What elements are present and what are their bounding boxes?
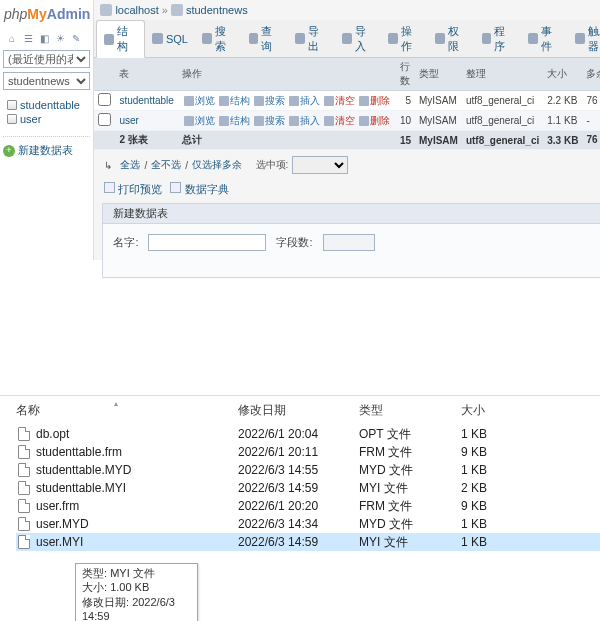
tab-事件[interactable]: 事件 — [521, 20, 568, 57]
col-header[interactable]: 整理 — [462, 58, 543, 91]
crumb-db[interactable]: studentnews — [186, 4, 248, 16]
create-table-link[interactable]: + 新建数据表 — [3, 136, 90, 158]
tab-权限[interactable]: 权限 — [428, 20, 475, 57]
op-icon — [184, 96, 194, 106]
op-icon — [254, 96, 264, 106]
op-清空[interactable]: 清空 — [322, 115, 357, 126]
recent-tables-select[interactable]: (最近使用的表) ... — [3, 50, 90, 68]
file-row[interactable]: studenttable.frm2022/6/1 20:11FRM 文件9 KB — [16, 443, 600, 461]
file-row[interactable]: studenttable.MYI2022/6/3 14:59MYI 文件2 KB — [16, 479, 600, 497]
data-dictionary[interactable]: 数据字典 — [185, 183, 229, 195]
op-插入[interactable]: 插入 — [287, 95, 322, 106]
tab-触发器[interactable]: 触发器 — [568, 20, 600, 57]
tree-item-studenttable[interactable]: studenttable — [3, 98, 90, 112]
tab-搜索[interactable]: 搜索 — [195, 20, 242, 57]
tree-item-user[interactable]: user — [3, 112, 90, 126]
file-row[interactable]: user.MYD2022/6/3 14:34MYD 文件1 KB — [16, 515, 600, 533]
table-name-link[interactable]: studenttable — [119, 95, 174, 106]
create-table-panel: 新建数据表 名字: 字段数: — [102, 203, 600, 278]
op-icon — [219, 96, 229, 106]
table-tree: studenttable user — [3, 94, 90, 126]
col-header[interactable]: 行数 — [396, 58, 415, 91]
col-header[interactable]: 表 — [115, 58, 178, 91]
pma-main: localhost » studentnews 结构SQL搜索查询导出导入操作权… — [94, 0, 600, 260]
op-icon — [219, 116, 229, 126]
table-name-link[interactable]: user — [119, 115, 138, 126]
tab-icon — [575, 33, 585, 44]
file-icon — [18, 481, 30, 495]
op-插入[interactable]: 插入 — [287, 115, 322, 126]
row-checkbox[interactable] — [98, 93, 111, 106]
name-label: 名字: — [113, 235, 138, 250]
tab-程序[interactable]: 程序 — [475, 20, 522, 57]
op-搜索[interactable]: 搜索 — [252, 115, 287, 126]
col-header[interactable]: 类型 — [415, 58, 462, 91]
op-搜索[interactable]: 搜索 — [252, 95, 287, 106]
file-row[interactable]: db.opt2022/6/1 20:04OPT 文件1 KB — [16, 425, 600, 443]
home-icon[interactable]: ⌂ — [5, 31, 19, 45]
col-header[interactable]: 操作 — [178, 58, 396, 91]
op-删除[interactable]: 删除 — [357, 95, 392, 106]
file-type: MYI 文件 — [359, 534, 461, 551]
tables-list: 表操作行数类型整理大小多余 studenttable浏览结构搜索插入清空删除5M… — [94, 58, 600, 150]
tab-查询[interactable]: 查询 — [242, 20, 289, 57]
file-row[interactable]: studenttable.MYD2022/6/3 14:55MYD 文件1 KB — [16, 461, 600, 479]
col-header[interactable] — [94, 58, 115, 91]
table-icon — [7, 100, 17, 110]
op-清空[interactable]: 清空 — [322, 95, 357, 106]
logout-icon[interactable]: ☰ — [21, 31, 35, 45]
file-browser-header[interactable]: 名称▴ 修改日期 类型 大小 — [0, 396, 600, 425]
columns-count-input[interactable] — [323, 234, 375, 251]
settings-icon[interactable]: ✎ — [69, 31, 83, 45]
file-name: studenttable.frm — [36, 445, 122, 459]
tab-SQL[interactable]: SQL — [145, 20, 195, 57]
file-size: 9 KB — [461, 499, 531, 513]
query-window-icon[interactable]: ◧ — [37, 31, 51, 45]
tab-操作[interactable]: 操作 — [381, 20, 428, 57]
tab-导入[interactable]: 导入 — [335, 20, 382, 57]
database-select[interactable]: studentnews — [3, 72, 90, 90]
tab-icon — [482, 33, 492, 44]
op-icon — [184, 116, 194, 126]
select-extra[interactable]: 仅选择多余 — [192, 158, 242, 172]
col-header-size[interactable]: 大小 — [461, 402, 531, 419]
pma-logo: phpMyAdmin — [3, 4, 90, 26]
docs-icon[interactable]: ☀ — [53, 31, 67, 45]
tool-links: 打印预览 数据字典 — [94, 180, 600, 203]
table-row[interactable]: studenttable浏览结构搜索插入清空删除5MyISAMutf8_gene… — [94, 91, 600, 111]
file-row[interactable]: user.frm2022/6/1 20:20FRM 文件9 KB — [16, 497, 600, 515]
file-row[interactable]: user.MYI2022/6/3 14:59MYI 文件1 KB — [16, 533, 600, 551]
with-selected-select[interactable] — [292, 156, 348, 174]
op-icon — [359, 96, 369, 106]
tab-导出[interactable]: 导出 — [288, 20, 335, 57]
top-tabs: 结构SQL搜索查询导出导入操作权限程序事件触发器 — [94, 20, 600, 58]
op-结构[interactable]: 结构 — [217, 115, 252, 126]
op-删除[interactable]: 删除 — [357, 115, 392, 126]
col-header-type[interactable]: 类型 — [359, 402, 461, 419]
file-date: 2022/6/1 20:04 — [238, 427, 359, 441]
select-none[interactable]: 全不选 — [151, 158, 181, 172]
cols-label: 字段数: — [276, 235, 312, 250]
server-icon — [100, 4, 112, 16]
col-header[interactable]: 多余 — [582, 58, 600, 91]
select-all[interactable]: 全选 — [120, 158, 140, 172]
col-header-name[interactable]: 名称▴ — [16, 402, 238, 419]
tab-结构[interactable]: 结构 — [96, 20, 145, 58]
col-header[interactable]: 大小 — [543, 58, 582, 91]
table-name-input[interactable] — [148, 234, 266, 251]
row-checkbox[interactable] — [98, 113, 111, 126]
file-type: MYD 文件 — [359, 516, 461, 533]
tab-icon — [249, 33, 259, 44]
col-header-date[interactable]: 修改日期 — [238, 402, 359, 419]
print-view[interactable]: 打印预览 — [118, 183, 162, 195]
op-结构[interactable]: 结构 — [217, 95, 252, 106]
file-size: 1 KB — [461, 463, 531, 477]
table-icon — [7, 114, 17, 124]
file-name: user.frm — [36, 499, 79, 513]
crumb-host[interactable]: localhost — [115, 4, 158, 16]
file-size: 2 KB — [461, 481, 531, 495]
sort-asc-icon: ▴ — [114, 399, 118, 408]
op-浏览[interactable]: 浏览 — [182, 115, 217, 126]
table-row[interactable]: user浏览结构搜索插入清空删除10MyISAMutf8_general_ci1… — [94, 111, 600, 131]
op-浏览[interactable]: 浏览 — [182, 95, 217, 106]
